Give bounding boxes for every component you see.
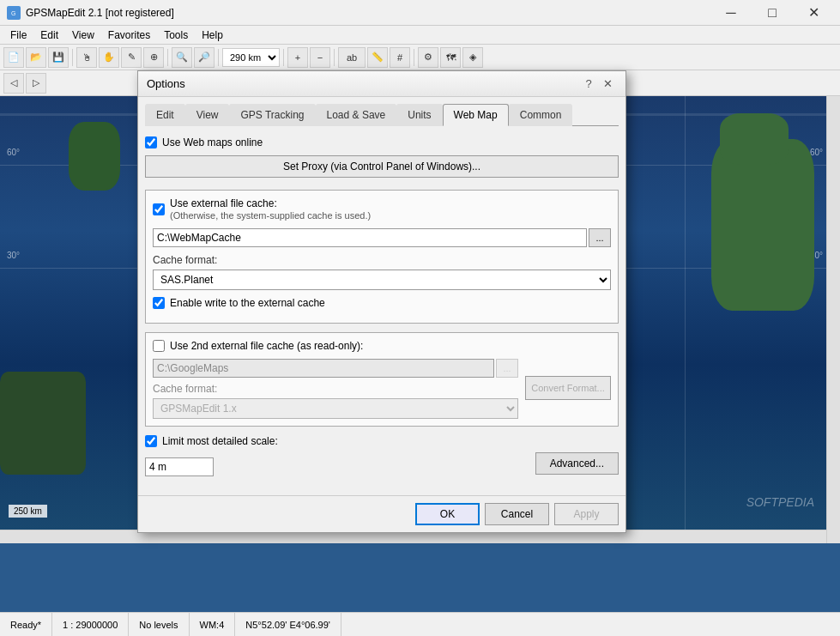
use-web-maps-label: Use Web maps online: [162, 136, 263, 148]
tab-loadsave[interactable]: Load & Save: [316, 104, 397, 126]
coord-label-3: 60°: [810, 148, 823, 157]
advanced-button[interactable]: Advanced...: [535, 452, 619, 475]
tool3[interactable]: ✎: [121, 47, 142, 68]
dialog-footer: OK Cancel Apply: [138, 495, 625, 532]
prev-btn[interactable]: ◁: [3, 73, 24, 94]
status-levels: No levels: [129, 613, 189, 636]
scale-left: Limit most detailed scale:: [145, 435, 535, 476]
sep3: [218, 49, 219, 66]
next-btn[interactable]: ▷: [26, 73, 46, 94]
zoom-in[interactable]: 🔍: [172, 47, 192, 68]
land-mass-2: [711, 139, 814, 311]
limit-scale-label: Limit most detailed scale:: [162, 435, 278, 447]
sep4: [283, 49, 284, 66]
status-bar: Ready* 1 : 29000000 No levels WM:4 N5°52…: [0, 612, 840, 636]
sep1: [72, 49, 73, 66]
tool4[interactable]: ⊕: [143, 47, 164, 68]
menu-bar: File Edit View Favorites Tools Help: [0, 26, 840, 45]
scale-value-input[interactable]: [145, 457, 214, 476]
use-web-maps-checkbox[interactable]: [145, 136, 157, 148]
cache-section: Use external file cache: (Otherwise, the…: [145, 190, 619, 324]
cache2-inputs: ... Cache format: GPSMapEdit 1.x SAS.Pla…: [153, 359, 611, 419]
cache2-path-row: ...: [153, 359, 518, 378]
window-title: GPSMapEdit 2.1 [not registered]: [26, 7, 711, 19]
new-button[interactable]: 📄: [3, 47, 24, 68]
grid-btn[interactable]: #: [390, 47, 410, 68]
use-web-maps-row: Use Web maps online: [145, 136, 619, 148]
status-ready: Ready*: [0, 613, 52, 636]
apply-button[interactable]: Apply: [554, 503, 619, 525]
browse-button[interactable]: ...: [589, 228, 611, 247]
maximize-button[interactable]: □: [752, 0, 792, 26]
zoom-out-btn[interactable]: −: [310, 47, 330, 68]
tab-units[interactable]: Units: [396, 104, 442, 126]
options-tabs: Edit View GPS Tracking Load & Save Units…: [145, 104, 619, 126]
coord-label-1: 60°: [7, 148, 20, 157]
enable-write-row: Enable write to the external cache: [153, 297, 611, 309]
tab-webmap[interactable]: Web Map: [443, 104, 509, 126]
enable-write-checkbox[interactable]: [153, 297, 165, 309]
use-external-cache-checkbox[interactable]: [153, 203, 165, 215]
save-button[interactable]: 💾: [48, 47, 69, 68]
cache-path-input[interactable]: [153, 228, 587, 247]
watermark: SOFTPEDIA: [746, 495, 814, 509]
land-mass-1: [69, 122, 120, 191]
scale-bar: 250 km: [9, 505, 47, 518]
more-btn1[interactable]: ⚙: [418, 47, 438, 68]
coord-label-2: 30°: [7, 251, 20, 260]
dialog-close-button[interactable]: ✕: [598, 75, 617, 94]
scale-dropdown[interactable]: 290 km 145 km 72 km: [222, 48, 280, 67]
close-button[interactable]: ✕: [794, 0, 833, 26]
land-mass-3: [720, 113, 789, 165]
dialog-title-bar: Options ? ✕: [138, 71, 625, 97]
use-external-cache-label: Use external file cache: (Otherwise, the…: [170, 197, 371, 221]
grid-line-v2: [685, 96, 686, 543]
window-controls: ─ □ ✕: [711, 0, 833, 26]
menu-help[interactable]: Help: [195, 27, 230, 43]
status-coords: N5°52.09' E4°06.99': [235, 613, 341, 636]
minimize-button[interactable]: ─: [711, 0, 751, 26]
app-icon: G: [7, 6, 21, 20]
convert-format-button: Convert Format...: [525, 376, 611, 400]
zoom-out[interactable]: 🔎: [194, 47, 215, 68]
menu-tools[interactable]: Tools: [157, 27, 195, 43]
tool1[interactable]: 🖱: [76, 47, 97, 68]
cancel-button[interactable]: Cancel: [485, 503, 549, 525]
tab-common[interactable]: Common: [509, 104, 573, 126]
cache2-browse-button: ...: [496, 359, 518, 378]
tab-edit[interactable]: Edit: [145, 104, 185, 126]
use-2nd-cache-label: Use 2nd external file cache (as read-onl…: [170, 340, 363, 352]
menu-view[interactable]: View: [65, 27, 101, 43]
dialog-help-button[interactable]: ?: [579, 75, 598, 94]
menu-edit[interactable]: Edit: [33, 27, 65, 43]
status-scale: 1 : 29000000: [52, 613, 129, 636]
tab-gps[interactable]: GPS Tracking: [229, 104, 315, 126]
dialog-title: Options: [147, 77, 579, 90]
scale-section: Limit most detailed scale: Advanced...: [145, 435, 619, 476]
tab-view[interactable]: View: [185, 104, 230, 126]
cache2-left: ... Cache format: GPSMapEdit 1.x SAS.Pla…: [153, 359, 518, 419]
sep2: [167, 49, 168, 66]
more-btn2[interactable]: 🗺: [440, 47, 461, 68]
limit-scale-checkbox[interactable]: [145, 435, 157, 447]
more-btn3[interactable]: ◈: [462, 47, 483, 68]
use-2nd-cache-row: Use 2nd external file cache (as read-onl…: [153, 340, 611, 352]
vertical-scrollbar[interactable]: [826, 96, 840, 543]
main-toolbar: 📄 📂 💾 🖱 ✋ ✎ ⊕ 🔍 🔎 290 km 145 km 72 km + …: [0, 45, 840, 70]
cache2-section: Use 2nd external file cache (as read-onl…: [145, 332, 619, 427]
ok-button[interactable]: OK: [415, 503, 480, 525]
menu-favorites[interactable]: Favorites: [101, 27, 157, 43]
open-button[interactable]: 📂: [26, 47, 46, 68]
use-2nd-cache-checkbox[interactable]: [153, 340, 165, 352]
tool2[interactable]: ✋: [99, 47, 119, 68]
zoom-in-btn[interactable]: +: [287, 47, 308, 68]
ruler-btn[interactable]: 📏: [367, 47, 388, 68]
cache-format-dropdown[interactable]: SAS.Planet GPSMapEdit 1.x: [153, 270, 611, 290]
set-proxy-button[interactable]: Set Proxy (via Control Panel of Windows)…: [145, 155, 619, 178]
status-wm: WM:4: [190, 613, 236, 636]
text-btn[interactable]: ab: [338, 47, 366, 68]
land-mass-4: [0, 372, 86, 475]
sep6: [414, 49, 414, 66]
cache2-path-input: [153, 359, 494, 378]
menu-file[interactable]: File: [3, 27, 33, 43]
